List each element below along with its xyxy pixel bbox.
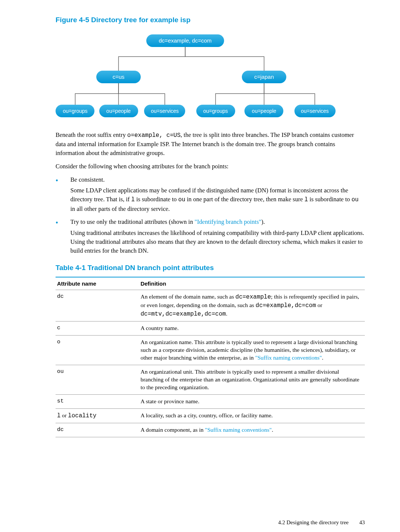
attributes-table: Attribute name Definition dc An element … <box>56 277 365 437</box>
page-footer: 4.2 Designing the directory tree 43 <box>56 519 365 527</box>
footer-section: 4.2 Designing the directory tree <box>278 519 349 525</box>
table-cell-def: A locality, such as a city, country, off… <box>139 408 365 423</box>
svg-text:dc=example, dc=com: dc=example, dc=com <box>159 37 212 44</box>
table-cell-attr: dc <box>56 290 139 321</box>
table-row: dc A domain component, as in "Suffix nam… <box>56 423 365 437</box>
bullet-1: Be consistent. Some LDAP client applicat… <box>56 175 365 213</box>
table-cell-attr: ou <box>56 365 139 394</box>
svg-text:ou=people: ou=people <box>252 108 276 114</box>
svg-text:ou=services: ou=services <box>301 108 329 114</box>
svg-text:ou=groups: ou=groups <box>63 108 88 114</box>
figure-title: Figure 4-5 Directory tree for example is… <box>56 15 365 25</box>
bullet-list: Be consistent. Some LDAP client applicat… <box>56 175 365 256</box>
link-identifying-branch-points[interactable]: "Identifying branch points" <box>194 218 261 225</box>
table-row: st A state or province name. <box>56 394 365 408</box>
table-row: ou An organizational unit. This attribut… <box>56 365 365 394</box>
footer-page-number: 43 <box>359 519 365 525</box>
svg-text:ou=people: ou=people <box>106 108 131 114</box>
table-cell-attr: st <box>56 394 139 408</box>
table-row: c A country name. <box>56 321 365 336</box>
link-suffix-conventions[interactable]: "Suffix naming conventions" <box>205 427 271 433</box>
bullet-1-sub: Some LDAP client applications may be con… <box>70 186 365 213</box>
table-cell-attr: o <box>56 336 139 365</box>
table-cell-attr: l or locality <box>56 408 139 423</box>
table-cell-def: An element of the domain name, such as d… <box>139 290 365 321</box>
table-row: dc An element of the domain name, such a… <box>56 290 365 321</box>
table-header-attr: Attribute name <box>56 277 139 290</box>
bullet-2: Try to use only the traditional attribut… <box>56 218 365 255</box>
svg-text:ou=services: ou=services <box>151 108 179 114</box>
table-cell-def: An organization name. This attribute is … <box>139 336 365 365</box>
table-cell-def: A domain component, as in "Suffix naming… <box>139 423 365 437</box>
table-row: l or locality A locality, such as a city… <box>56 408 365 423</box>
table-cell-def: A state or province name. <box>139 394 365 408</box>
svg-text:c=japan: c=japan <box>254 74 274 80</box>
paragraph-1: Beneath the root suffix entry o=example,… <box>56 131 365 158</box>
svg-text:ou=groups: ou=groups <box>203 108 228 114</box>
table-cell-attr: c <box>56 321 139 336</box>
paragraph-2: Consider the following when choosing att… <box>56 162 365 171</box>
table-row: o An organization name. This attribute i… <box>56 336 365 365</box>
table-cell-def: An organizational unit. This attribute i… <box>139 365 365 394</box>
table-cell-def: A country name. <box>139 321 365 336</box>
table-title: Table 4-1 Traditional DN branch point at… <box>56 263 365 273</box>
table-header-row: Attribute name Definition <box>56 277 365 290</box>
link-suffix-conventions[interactable]: "Suffix naming conventions" <box>255 354 322 361</box>
table-header-def: Definition <box>139 277 365 290</box>
bullet-2-sub: Using traditional attributes increases t… <box>70 229 365 255</box>
svg-text:c=us: c=us <box>113 74 124 80</box>
directory-tree-diagram: dc=example, dc=com c=us c=japan ou=group… <box>56 31 365 121</box>
table-cell-attr: dc <box>56 423 139 437</box>
